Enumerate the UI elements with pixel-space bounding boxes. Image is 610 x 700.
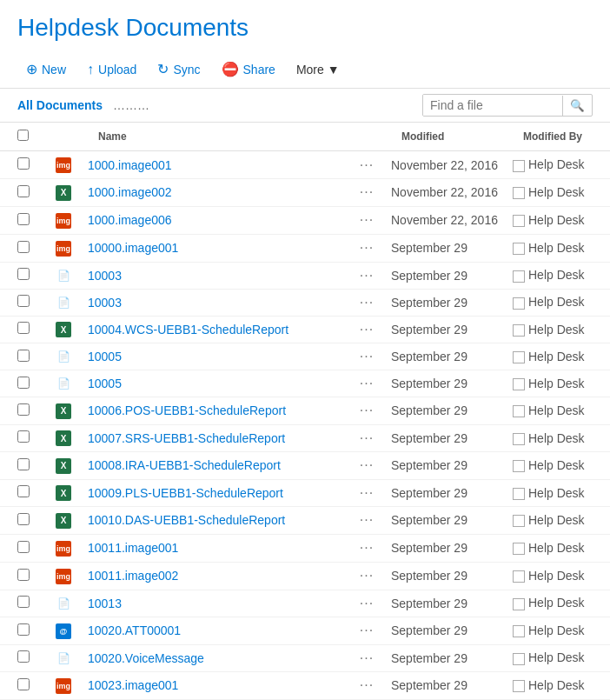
more-button[interactable]: More ▼ <box>288 57 348 82</box>
file-modified-date: September 29 <box>384 452 506 480</box>
file-icon-cell: X <box>46 397 81 425</box>
row-checkbox[interactable] <box>17 157 30 170</box>
row-options-button[interactable]: ··· <box>349 644 384 671</box>
row-options-button[interactable]: ··· <box>349 617 384 644</box>
row-options-button[interactable]: ··· <box>349 507 384 535</box>
upload-label: Upload <box>98 63 136 77</box>
row-checkbox[interactable] <box>17 541 30 553</box>
file-name[interactable]: 10005 <box>81 370 349 397</box>
row-options-button[interactable]: ··· <box>349 479 384 507</box>
row-options-button[interactable]: ··· <box>349 289 384 316</box>
search-input[interactable] <box>423 95 562 116</box>
file-name[interactable]: 10020.ATT00001 <box>81 617 349 644</box>
row-options-button[interactable]: ··· <box>349 234 384 262</box>
all-documents-link[interactable]: All Documents <box>17 98 103 112</box>
row-options-button[interactable]: ··· <box>349 452 384 480</box>
row-options-button[interactable]: ··· <box>349 206 384 234</box>
row-options-button[interactable]: ··· <box>349 179 384 207</box>
file-modified-date: September 29 <box>384 397 506 425</box>
row-checkbox[interactable] <box>17 350 30 362</box>
ellipsis-icon: ··· <box>360 485 374 500</box>
row-checkbox[interactable] <box>17 596 30 608</box>
row-checkbox[interactable] <box>17 268 30 280</box>
file-icon-cell: img <box>46 562 81 590</box>
row-options-button[interactable]: ··· <box>349 262 384 289</box>
select-all-checkbox[interactable] <box>17 130 29 141</box>
file-name[interactable]: 10006.POS-UEBB1-ScheduleReport <box>81 397 349 425</box>
file-name[interactable]: 10011.image002 <box>81 562 349 590</box>
row-options-button[interactable]: ··· <box>349 397 384 425</box>
file-name[interactable]: 1000.image006 <box>81 206 349 234</box>
file-modified-by: Help Desk <box>506 262 610 289</box>
file-icon-cell: X <box>46 316 81 343</box>
row-options-button[interactable]: ··· <box>349 370 384 397</box>
generic-file-icon: 📄 <box>56 596 71 611</box>
modified-by-checkbox <box>513 378 525 390</box>
file-name[interactable]: 10010.DAS-UEBB1-ScheduleReport <box>81 507 349 535</box>
search-button[interactable]: 🔍 <box>562 96 592 116</box>
header-checkbox-col <box>0 123 46 151</box>
image-file-icon: img <box>56 157 71 173</box>
image-file-icon: img <box>56 541 71 557</box>
new-button[interactable]: ⊕ New <box>17 56 75 83</box>
file-name[interactable]: 10011.image001 <box>81 534 349 562</box>
file-name[interactable]: 10020.VoiceMessage <box>81 644 349 671</box>
file-name[interactable]: 10013 <box>81 590 349 617</box>
file-name[interactable]: 10005 <box>81 343 349 370</box>
modified-by-checkbox <box>513 405 525 417</box>
modified-by-checkbox <box>513 653 525 665</box>
row-checkbox[interactable] <box>17 295 30 307</box>
row-options-button[interactable]: ··· <box>349 671 384 699</box>
row-checkbox[interactable] <box>17 650 30 663</box>
share-button[interactable]: ⛔ Share <box>213 56 284 83</box>
upload-button[interactable]: ↑ Upload <box>78 57 145 83</box>
file-name[interactable]: 10004.WCS-UEBB1-ScheduleReport <box>81 316 349 343</box>
view-options-button[interactable]: ……… <box>109 97 153 114</box>
table-row: 📄10003···September 29Help Desk <box>0 262 610 289</box>
modified-by-checkbox <box>513 433 525 445</box>
file-name[interactable]: 1000.image001 <box>81 151 349 179</box>
file-name[interactable]: 10003 <box>81 262 349 289</box>
file-name[interactable]: 10023.image001 <box>81 671 349 699</box>
file-modified-by: Help Desk <box>506 479 610 507</box>
file-name[interactable]: 10000.image001 <box>81 234 349 262</box>
row-options-button[interactable]: ··· <box>349 590 384 617</box>
row-checkbox-cell <box>0 424 46 452</box>
row-checkbox[interactable] <box>17 430 30 443</box>
row-checkbox-cell <box>0 452 46 480</box>
row-options-button[interactable]: ··· <box>349 534 384 562</box>
ellipsis-icon: ··· <box>360 540 374 555</box>
row-checkbox[interactable] <box>17 623 30 636</box>
row-options-button[interactable]: ··· <box>349 424 384 452</box>
row-checkbox[interactable] <box>17 458 30 470</box>
row-checkbox[interactable] <box>17 403 30 416</box>
row-checkbox[interactable] <box>17 513 30 525</box>
file-name[interactable]: 1000.image002 <box>81 179 349 207</box>
table-row: X10009.PLS-UEBB1-ScheduleReport···Septem… <box>0 479 610 507</box>
row-options-button[interactable]: ··· <box>349 562 384 590</box>
row-options-button[interactable]: ··· <box>349 151 384 179</box>
file-name[interactable]: 10009.PLS-UEBB1-ScheduleReport <box>81 479 349 507</box>
row-checkbox[interactable] <box>17 678 30 690</box>
modified-by-checkbox <box>513 598 525 610</box>
file-icon-cell: 📄 <box>46 370 81 397</box>
row-checkbox[interactable] <box>17 322 30 334</box>
row-checkbox[interactable] <box>17 213 30 225</box>
row-checkbox[interactable] <box>17 485 30 497</box>
file-name[interactable]: 10008.IRA-UEBB1-ScheduleReport <box>81 452 349 480</box>
row-checkbox[interactable] <box>17 241 30 253</box>
modified-by-checkbox <box>513 570 525 583</box>
row-options-button[interactable]: ··· <box>349 316 384 343</box>
sync-button[interactable]: ↻ Sync <box>149 56 209 83</box>
row-options-button[interactable]: ··· <box>349 343 384 370</box>
row-checkbox[interactable] <box>17 185 30 197</box>
file-name[interactable]: 10007.SRS-UEBB1-ScheduleReport <box>81 424 349 452</box>
row-checkbox[interactable] <box>17 377 30 389</box>
file-table: Name Modified Modified By img1000.image0… <box>0 123 610 700</box>
row-checkbox-cell <box>0 179 46 207</box>
file-modified-date: September 29 <box>384 289 506 316</box>
file-name[interactable]: 10003 <box>81 289 349 316</box>
file-modified-by: Help Desk <box>506 671 610 699</box>
row-checkbox-cell <box>0 316 46 343</box>
row-checkbox[interactable] <box>17 569 30 581</box>
